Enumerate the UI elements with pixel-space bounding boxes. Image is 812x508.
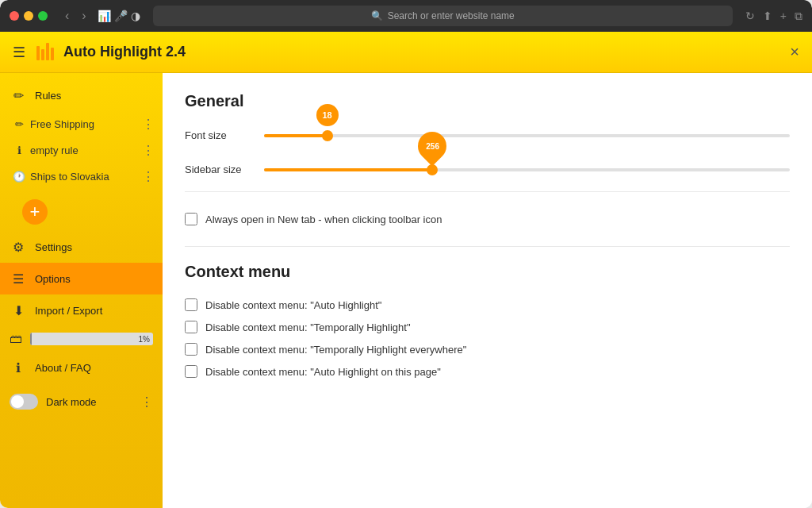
brightness-icon: ◑ — [131, 10, 140, 22]
share-button[interactable]: ⬆ — [763, 10, 772, 23]
traffic-lights — [10, 11, 48, 21]
new-tab-row: Always open in New tab - when clicking t… — [185, 208, 790, 230]
rule-more-icon[interactable]: ⋮ — [140, 169, 156, 184]
minimize-window-button[interactable] — [24, 11, 33, 21]
cm2-label: Disable context menu: "Temporally Highli… — [205, 321, 411, 333]
rule-item-ships-to-slovakia[interactable]: 🕐 Ships to Slovakia ⋮ — [0, 164, 163, 190]
cm4-checkbox[interactable] — [185, 365, 197, 378]
sidebar-rules-header[interactable]: ✏ Rules — [0, 79, 163, 111]
toggle-knob — [11, 395, 24, 408]
svg-rect-0 — [36, 46, 40, 60]
cm3-checkbox[interactable] — [185, 343, 197, 356]
rule-pencil-icon: ✏ — [13, 118, 25, 131]
browser-nav: ‹ › — [60, 7, 91, 25]
rule-clock-icon: 🕐 — [13, 171, 25, 183]
new-tab-checkbox[interactable] — [185, 213, 197, 225]
search-icon: 🔍 — [371, 10, 383, 21]
font-size-track — [264, 134, 790, 137]
context-menu-title: Context menu — [185, 263, 790, 281]
new-tab-label: Always open in New tab - when clicking t… — [205, 214, 442, 225]
font-size-thumb[interactable] — [322, 130, 333, 141]
new-tab-button[interactable]: + — [780, 10, 787, 23]
about-label: About / FAQ — [35, 362, 153, 374]
add-rule-container: + — [0, 196, 163, 231]
rules-icon: ✏ — [10, 87, 27, 104]
address-bar[interactable]: 🔍 Search or enter website name — [153, 6, 733, 26]
options-label: Options — [35, 273, 153, 285]
context-menu-row-2: Disable context menu: "Temporally Highli… — [185, 316, 790, 338]
settings-icon: ⚙ — [10, 238, 27, 256]
font-size-slider[interactable]: 18 — [264, 134, 790, 137]
content-area: General Font size 18 Sidebar size — [163, 73, 812, 508]
general-title: General — [185, 92, 790, 110]
app-header: ☰ Auto Highlight 2.4 × — [0, 32, 812, 73]
sidebar: ✏ Rules ✏ Free Shipping ⋮ ℹ empty rule ⋮… — [0, 73, 163, 508]
tab-bar-icon: 📊 — [98, 10, 111, 22]
storage-percentage: 1% — [139, 335, 150, 344]
sidebar-size-row: Sidebar size 256 — [185, 164, 790, 175]
sidebar-size-bubble: 256 — [412, 125, 453, 166]
rule-name: empty rule — [30, 144, 136, 156]
dark-mode-toggle[interactable] — [10, 394, 38, 410]
about-icon: ℹ — [10, 359, 27, 376]
microphone-icon: 🎤 — [114, 10, 128, 22]
font-size-fill — [264, 134, 327, 137]
main-layout: ✏ Rules ✏ Free Shipping ⋮ ℹ empty rule ⋮… — [0, 73, 812, 508]
sidebar-size-fill — [264, 168, 432, 171]
close-button[interactable]: × — [790, 43, 799, 61]
rule-info-icon: ℹ — [13, 144, 25, 157]
add-rule-button[interactable]: + — [22, 199, 48, 225]
context-menu-row-3: Disable context menu: "Temporally Highli… — [185, 338, 790, 360]
rule-name: Free Shipping — [30, 118, 136, 130]
storage-bar-container: 1% — [30, 333, 153, 345]
svg-rect-2 — [46, 43, 49, 60]
sidebar-import-export[interactable]: ⬇ Import / Export — [0, 294, 163, 326]
sidebar-size-label: Sidebar size — [185, 164, 264, 175]
cm2-checkbox[interactable] — [185, 321, 197, 333]
close-window-button[interactable] — [10, 11, 19, 21]
app-container: ☰ Auto Highlight 2.4 × ✏ Rules ✏ — [0, 32, 812, 508]
rules-list: ✏ Free Shipping ⋮ ℹ empty rule ⋮ 🕐 Ships… — [0, 111, 163, 196]
rule-item-free-shipping[interactable]: ✏ Free Shipping ⋮ — [0, 111, 163, 137]
rule-more-icon[interactable]: ⋮ — [140, 117, 156, 132]
sidebar-size-track — [264, 168, 790, 171]
cm3-label: Disable context menu: "Temporally Highli… — [205, 344, 466, 356]
font-size-row: Font size 18 — [185, 129, 790, 141]
tabs-button[interactable]: ⧉ — [795, 10, 802, 23]
import-export-label: Import / Export — [35, 305, 153, 317]
context-menu-row-1: Disable context menu: "Auto Highlight" — [185, 294, 790, 316]
options-icon: ☰ — [10, 270, 27, 287]
app-logo — [35, 41, 57, 64]
dark-mode-label: Dark mode — [46, 396, 132, 408]
menu-button[interactable]: ☰ — [13, 44, 25, 61]
rule-name: Ships to Slovakia — [30, 171, 136, 183]
rule-item-empty-rule[interactable]: ℹ empty rule ⋮ — [0, 137, 163, 164]
sidebar-options[interactable]: ☰ Options — [0, 263, 163, 294]
tab-icons: 📊 🎤 ◑ — [98, 10, 140, 22]
reload-button[interactable]: ↻ — [745, 10, 755, 23]
divider-2 — [185, 246, 790, 247]
back-button[interactable]: ‹ — [60, 7, 74, 25]
storage-item[interactable]: 🗃 1% — [0, 326, 163, 352]
dark-mode-item: Dark mode ⋮ — [0, 387, 163, 417]
cm1-label: Disable context menu: "Auto Highlight" — [205, 299, 381, 311]
sidebar-about-faq[interactable]: ℹ About / FAQ — [0, 352, 163, 383]
maximize-window-button[interactable] — [38, 11, 48, 21]
storage-bar — [30, 333, 32, 345]
rule-more-icon[interactable]: ⋮ — [140, 143, 156, 158]
divider-1 — [185, 191, 790, 192]
font-size-bubble: 18 — [316, 104, 339, 126]
browser-actions: ↻ ⬆ + ⧉ — [745, 10, 802, 23]
storage-icon: 🗃 — [10, 332, 22, 346]
sidebar-size-slider[interactable]: 256 — [264, 168, 790, 171]
cm4-label: Disable context menu: "Auto Highlight on… — [205, 366, 441, 378]
sidebar-size-thumb[interactable] — [427, 164, 438, 175]
import-export-icon: ⬇ — [10, 302, 27, 319]
dark-mode-more-icon[interactable]: ⋮ — [140, 394, 153, 410]
forward-button[interactable]: › — [77, 7, 90, 25]
browser-chrome: ‹ › 📊 🎤 ◑ 🔍 Search or enter website name… — [0, 0, 812, 32]
sidebar-settings[interactable]: ⚙ Settings — [0, 231, 163, 263]
cm1-checkbox[interactable] — [185, 298, 197, 311]
font-size-label: Font size — [185, 129, 264, 141]
context-menu-row-4: Disable context menu: "Auto Highlight on… — [185, 360, 790, 383]
